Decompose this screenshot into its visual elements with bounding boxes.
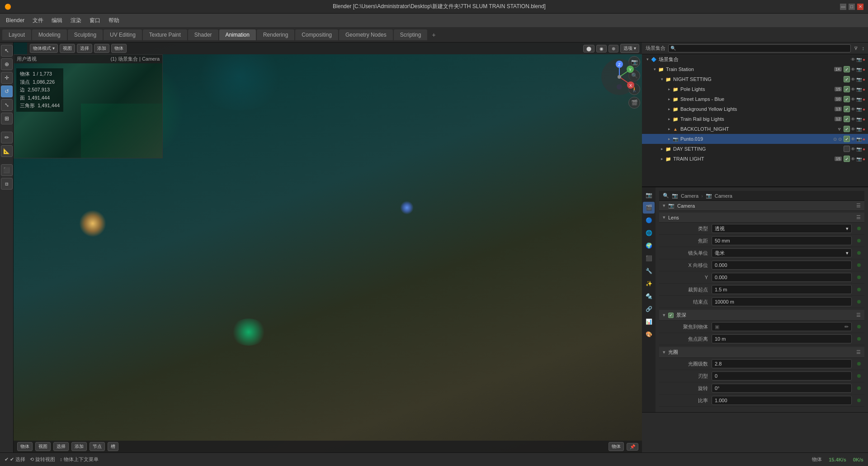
render-pl[interactable]: ● bbox=[863, 87, 865, 92]
render-bc[interactable]: ● bbox=[863, 127, 865, 132]
render-tr[interactable]: ● bbox=[863, 117, 865, 122]
tab-geometry-nodes[interactable]: Geometry Nodes bbox=[339, 29, 393, 40]
bottom-add[interactable]: 添加 bbox=[71, 442, 87, 451]
outliner-item-day-setting[interactable]: ▸ 📁 DAY SETTING 👁 📷 ● bbox=[642, 144, 868, 154]
minimize-button[interactable]: — bbox=[840, 4, 846, 10]
view-options-btn[interactable]: 选项 ▾ bbox=[620, 44, 639, 53]
add-cube-tool[interactable]: ⬛ bbox=[1, 164, 13, 176]
viewport[interactable]: 物体模式 ▾ 视图 选择 添加 物体 ⬤ ◉ ⊕ 选项 ▾ 用户透视 (1) 场… bbox=[14, 43, 642, 452]
menu-help[interactable]: 帮助 bbox=[105, 15, 123, 26]
render-ds[interactable]: ● bbox=[863, 147, 865, 152]
eye-bc[interactable]: 👁 bbox=[851, 127, 855, 132]
transform-tool[interactable]: ⊞ bbox=[1, 113, 13, 124]
lens-section-header[interactable]: ▾ Lens ☰ bbox=[659, 213, 864, 223]
menu-edit[interactable]: 编辑 bbox=[48, 15, 66, 26]
eye-by[interactable]: 👁 bbox=[851, 107, 855, 112]
outliner-search[interactable] bbox=[668, 44, 851, 52]
prop-icon-scene[interactable]: 🌐 bbox=[643, 227, 655, 239]
viewport-gizmo[interactable]: ⊕ bbox=[609, 45, 618, 52]
menu-blender[interactable]: Blender bbox=[2, 15, 28, 25]
eye-sl[interactable]: 👁 bbox=[851, 97, 855, 102]
prop-icon-object[interactable]: ⬛ bbox=[643, 252, 655, 264]
prop-icon-material[interactable]: 🎨 bbox=[643, 328, 655, 340]
lens-unit-dropdown[interactable]: 毫米 ▾ bbox=[712, 248, 852, 257]
ratio-value[interactable]: 1.000 bbox=[712, 396, 852, 405]
viewport-overlay[interactable]: ◉ bbox=[596, 45, 607, 52]
prop-icon-particles[interactable]: ✨ bbox=[643, 278, 655, 290]
camera-icon[interactable]: 📷 bbox=[856, 57, 862, 62]
eye-ts[interactable]: 👁 bbox=[851, 67, 855, 72]
cam-sl[interactable]: 📷 bbox=[856, 97, 862, 102]
add-object-tool[interactable]: ⧈ bbox=[1, 178, 13, 190]
cam-tl[interactable]: 📷 bbox=[856, 157, 862, 162]
focus-obj-edit-icon[interactable]: ✏ bbox=[844, 324, 849, 330]
bottom-select[interactable]: 选择 bbox=[53, 442, 69, 451]
eye-ns[interactable]: 👁 bbox=[851, 77, 855, 82]
check-bc[interactable]: ✓ bbox=[844, 126, 850, 132]
render-icon[interactable]: ● bbox=[863, 57, 865, 62]
dof-enable-checkbox[interactable]: ✓ bbox=[668, 313, 674, 318]
clip-end-value[interactable]: 10000 m bbox=[712, 297, 852, 306]
focal-value[interactable]: 50 mm bbox=[712, 236, 852, 245]
type-dropdown[interactable]: 透视 ▾ bbox=[712, 224, 852, 233]
tab-texture-paint[interactable]: Texture Paint bbox=[143, 29, 187, 40]
tab-compositing[interactable]: Compositing bbox=[295, 29, 338, 40]
pin-btn[interactable]: 📌 bbox=[627, 443, 638, 451]
cam-tr[interactable]: 📷 bbox=[856, 117, 862, 122]
dof-menu-icon[interactable]: ☰ bbox=[856, 312, 861, 318]
eye-pl[interactable]: 👁 bbox=[851, 87, 855, 92]
view-menu[interactable]: 视图 bbox=[60, 44, 75, 53]
select-tool[interactable]: ↖ bbox=[1, 45, 13, 57]
prop-icon-physics[interactable]: 🔩 bbox=[643, 290, 655, 302]
tab-rendering[interactable]: Rendering bbox=[257, 29, 294, 40]
outliner-item-train-light[interactable]: ▸ 📁 TRAIN LIGHT 15 ✓ 👁 📷 ● bbox=[642, 154, 868, 164]
move-tool[interactable]: ✛ bbox=[1, 72, 13, 84]
prop-icon-data[interactable]: 📊 bbox=[643, 316, 655, 328]
check-ts[interactable]: ✓ bbox=[844, 66, 850, 72]
check-ns[interactable]: ✓ bbox=[844, 76, 850, 82]
render-by[interactable]: ● bbox=[863, 107, 865, 112]
prop-icon-world[interactable]: 🌍 bbox=[643, 240, 655, 252]
cam-ns[interactable]: 📷 bbox=[856, 77, 862, 82]
bottom-view[interactable]: 视图 bbox=[35, 442, 51, 451]
prop-icon-view-layer[interactable]: 🔵 bbox=[643, 214, 655, 226]
focus-dist-value[interactable]: 10 m bbox=[712, 334, 852, 343]
breadcrumb-camera-label[interactable]: Camera bbox=[681, 193, 698, 199]
check-tr[interactable]: ✓ bbox=[844, 116, 850, 122]
focus-obj-picker[interactable]: ▣ ✏ bbox=[712, 322, 852, 331]
render-ts[interactable]: ● bbox=[863, 67, 865, 72]
new-status-btn[interactable]: 物体 bbox=[812, 456, 822, 463]
render-p[interactable]: ● bbox=[863, 137, 865, 142]
prop-icon-constraints[interactable]: 🔗 bbox=[643, 303, 655, 315]
fstop-value[interactable]: 2.8 bbox=[712, 359, 852, 368]
menu-window[interactable]: 窗口 bbox=[86, 15, 104, 26]
check-pl[interactable]: ✓ bbox=[844, 86, 850, 92]
rotate-tool[interactable]: ↺ bbox=[1, 86, 13, 97]
cam-pl[interactable]: 📷 bbox=[856, 87, 862, 92]
maximize-button[interactable]: □ bbox=[849, 4, 855, 10]
check-tl[interactable]: ✓ bbox=[844, 156, 850, 162]
visibility-icon[interactable]: 👁 bbox=[851, 57, 855, 62]
bottom-slot[interactable]: 槽 bbox=[108, 442, 118, 451]
prop-icon-output[interactable]: 🎬 bbox=[643, 202, 655, 214]
check-ds[interactable] bbox=[844, 146, 850, 152]
outliner-item-pole-lights[interactable]: ▸ 📁 Pole Lights 15 ✓ 👁 📷 ● bbox=[642, 84, 868, 94]
cam-by[interactable]: 📷 bbox=[856, 107, 862, 112]
tab-modeling[interactable]: Modeling bbox=[32, 29, 67, 40]
render-preview-btn[interactable]: 🎬 bbox=[628, 97, 640, 109]
cam-ds[interactable]: 📷 bbox=[856, 147, 862, 152]
add-menu[interactable]: 添加 bbox=[94, 44, 109, 53]
measure-tool[interactable]: 📐 bbox=[1, 145, 13, 157]
close-button[interactable]: ✕ bbox=[857, 4, 863, 10]
lens-menu-icon[interactable]: ☰ bbox=[856, 214, 861, 220]
tab-add-button[interactable]: + bbox=[428, 29, 439, 41]
select-menu[interactable]: 选择 bbox=[77, 44, 92, 53]
tab-scripting[interactable]: Scripting bbox=[394, 29, 428, 40]
render-sl[interactable]: ● bbox=[863, 97, 865, 102]
cursor-tool[interactable]: ⊕ bbox=[1, 58, 13, 70]
ap-menu-icon[interactable]: ☰ bbox=[856, 349, 861, 355]
render-tl[interactable]: ● bbox=[863, 157, 865, 162]
render-ns[interactable]: ● bbox=[863, 77, 865, 82]
xshift-value[interactable]: 0.000 bbox=[712, 261, 852, 270]
tab-shader[interactable]: Shader bbox=[188, 29, 218, 40]
